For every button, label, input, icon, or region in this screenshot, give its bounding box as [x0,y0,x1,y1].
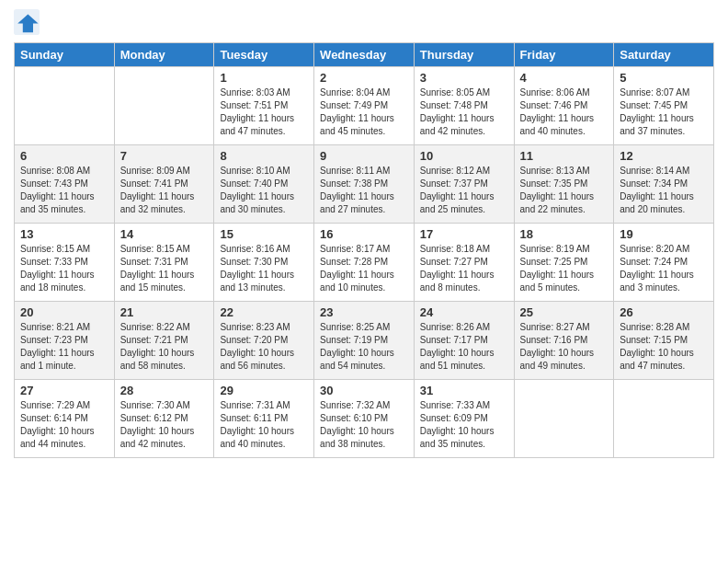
day-number: 27 [20,384,108,397]
day-number: 20 [20,305,108,319]
calendar-cell: 8Sunrise: 8:10 AM Sunset: 7:40 PM Daylig… [214,145,314,224]
day-info: Sunrise: 8:04 AM Sunset: 7:49 PM Dayligh… [320,86,408,138]
calendar-cell: 27Sunrise: 7:29 AM Sunset: 6:14 PM Dayli… [15,380,115,458]
calendar-cell: 17Sunrise: 8:18 AM Sunset: 7:27 PM Dayli… [414,224,514,302]
day-number: 14 [120,227,209,241]
day-info: Sunrise: 7:32 AM Sunset: 6:10 PM Dayligh… [320,399,408,451]
calendar-cell: 21Sunrise: 8:22 AM Sunset: 7:21 PM Dayli… [114,302,214,380]
calendar-cell: 11Sunrise: 8:13 AM Sunset: 7:35 PM Dayli… [514,145,614,224]
week-row-2: 6Sunrise: 8:08 AM Sunset: 7:43 PM Daylig… [15,145,714,224]
calendar-cell: 16Sunrise: 8:17 AM Sunset: 7:28 PM Dayli… [314,224,415,302]
calendar-cell: 26Sunrise: 8:28 AM Sunset: 7:15 PM Dayli… [614,302,714,380]
day-info: Sunrise: 8:21 AM Sunset: 7:23 PM Dayligh… [20,321,108,373]
day-number: 22 [220,305,308,319]
day-info: Sunrise: 7:30 AM Sunset: 6:12 PM Dayligh… [120,399,209,451]
day-number: 19 [620,227,708,241]
day-number: 9 [320,149,408,163]
calendar-cell: 2Sunrise: 8:04 AM Sunset: 7:49 PM Daylig… [314,67,415,145]
calendar-cell: 15Sunrise: 8:16 AM Sunset: 7:30 PM Dayli… [214,224,314,302]
day-number: 12 [620,149,708,163]
calendar-cell: 19Sunrise: 8:20 AM Sunset: 7:24 PM Dayli… [614,224,714,302]
header-day-sunday: Sunday [15,43,115,67]
day-number: 24 [420,305,508,319]
calendar-cell: 7Sunrise: 8:09 AM Sunset: 7:41 PM Daylig… [114,145,214,224]
day-number: 18 [520,227,609,241]
calendar-cell: 3Sunrise: 8:05 AM Sunset: 7:48 PM Daylig… [414,67,514,145]
day-info: Sunrise: 8:07 AM Sunset: 7:45 PM Dayligh… [620,86,708,138]
calendar-cell: 23Sunrise: 8:25 AM Sunset: 7:19 PM Dayli… [314,302,415,380]
calendar-cell: 28Sunrise: 7:30 AM Sunset: 6:12 PM Dayli… [114,380,214,458]
week-row-5: 27Sunrise: 7:29 AM Sunset: 6:14 PM Dayli… [15,380,714,458]
calendar-cell: 20Sunrise: 8:21 AM Sunset: 7:23 PM Dayli… [15,302,115,380]
header-day-tuesday: Tuesday [214,43,314,67]
header-day-friday: Friday [514,43,614,67]
header-row: SundayMondayTuesdayWednesdayThursdayFrid… [15,43,714,67]
calendar-cell [114,67,214,145]
calendar-cell [514,380,614,458]
day-info: Sunrise: 8:03 AM Sunset: 7:51 PM Dayligh… [220,86,308,138]
calendar-cell: 29Sunrise: 7:31 AM Sunset: 6:11 PM Dayli… [214,380,314,458]
day-number: 6 [20,149,108,163]
day-info: Sunrise: 8:09 AM Sunset: 7:41 PM Dayligh… [120,165,209,216]
day-info: Sunrise: 8:16 AM Sunset: 7:30 PM Dayligh… [220,243,308,294]
day-number: 23 [320,305,408,319]
day-info: Sunrise: 8:08 AM Sunset: 7:43 PM Dayligh… [20,165,108,216]
week-row-4: 20Sunrise: 8:21 AM Sunset: 7:23 PM Dayli… [15,302,714,380]
week-row-3: 13Sunrise: 8:15 AM Sunset: 7:33 PM Dayli… [15,224,714,302]
calendar-cell: 9Sunrise: 8:11 AM Sunset: 7:38 PM Daylig… [314,145,415,224]
header-day-saturday: Saturday [614,43,714,67]
calendar-table: SundayMondayTuesdayWednesdayThursdayFrid… [14,42,714,458]
logo [14,9,43,35]
day-info: Sunrise: 8:10 AM Sunset: 7:40 PM Dayligh… [220,165,308,216]
day-number: 26 [620,305,708,319]
day-info: Sunrise: 8:26 AM Sunset: 7:17 PM Dayligh… [420,321,508,373]
day-info: Sunrise: 8:18 AM Sunset: 7:27 PM Dayligh… [420,243,508,294]
day-info: Sunrise: 8:12 AM Sunset: 7:37 PM Dayligh… [420,165,508,216]
day-info: Sunrise: 8:11 AM Sunset: 7:38 PM Dayligh… [320,165,408,216]
day-info: Sunrise: 7:33 AM Sunset: 6:09 PM Dayligh… [420,399,508,451]
calendar-cell [614,380,714,458]
calendar-cell: 13Sunrise: 8:15 AM Sunset: 7:33 PM Dayli… [15,224,115,302]
day-number: 4 [520,71,609,85]
calendar-cell: 14Sunrise: 8:15 AM Sunset: 7:31 PM Dayli… [114,224,214,302]
day-number: 15 [220,227,308,241]
page-header [14,9,714,35]
day-number: 21 [120,305,209,319]
day-info: Sunrise: 8:22 AM Sunset: 7:21 PM Dayligh… [120,321,209,373]
day-info: Sunrise: 8:19 AM Sunset: 7:25 PM Dayligh… [520,243,609,294]
calendar-cell: 30Sunrise: 7:32 AM Sunset: 6:10 PM Dayli… [314,380,415,458]
day-info: Sunrise: 7:31 AM Sunset: 6:11 PM Dayligh… [220,399,308,451]
day-number: 30 [320,384,408,397]
calendar-cell: 4Sunrise: 8:06 AM Sunset: 7:46 PM Daylig… [514,67,614,145]
day-info: Sunrise: 8:28 AM Sunset: 7:15 PM Dayligh… [620,321,708,373]
day-number: 2 [320,71,408,85]
day-info: Sunrise: 8:06 AM Sunset: 7:46 PM Dayligh… [520,86,609,138]
day-number: 28 [120,384,209,397]
day-info: Sunrise: 8:05 AM Sunset: 7:48 PM Dayligh… [420,86,508,138]
day-number: 5 [620,71,708,85]
day-info: Sunrise: 8:25 AM Sunset: 7:19 PM Dayligh… [320,321,408,373]
header-day-thursday: Thursday [414,43,514,67]
general-blue-logo-icon [14,9,40,35]
day-info: Sunrise: 7:29 AM Sunset: 6:14 PM Dayligh… [20,399,108,451]
day-info: Sunrise: 8:17 AM Sunset: 7:28 PM Dayligh… [320,243,408,294]
header-day-wednesday: Wednesday [314,43,415,67]
day-number: 10 [420,149,508,163]
day-number: 31 [420,384,508,397]
day-info: Sunrise: 8:13 AM Sunset: 7:35 PM Dayligh… [520,165,609,216]
calendar-cell: 25Sunrise: 8:27 AM Sunset: 7:16 PM Dayli… [514,302,614,380]
day-number: 11 [520,149,609,163]
calendar-cell: 22Sunrise: 8:23 AM Sunset: 7:20 PM Dayli… [214,302,314,380]
day-info: Sunrise: 8:20 AM Sunset: 7:24 PM Dayligh… [620,243,708,294]
calendar-cell: 6Sunrise: 8:08 AM Sunset: 7:43 PM Daylig… [15,145,115,224]
day-info: Sunrise: 8:15 AM Sunset: 7:33 PM Dayligh… [20,243,108,294]
day-info: Sunrise: 8:15 AM Sunset: 7:31 PM Dayligh… [120,243,209,294]
calendar-cell: 18Sunrise: 8:19 AM Sunset: 7:25 PM Dayli… [514,224,614,302]
calendar-cell [15,67,115,145]
day-number: 8 [220,149,308,163]
calendar-cell: 24Sunrise: 8:26 AM Sunset: 7:17 PM Dayli… [414,302,514,380]
calendar-cell: 12Sunrise: 8:14 AM Sunset: 7:34 PM Dayli… [614,145,714,224]
calendar-cell: 31Sunrise: 7:33 AM Sunset: 6:09 PM Dayli… [414,380,514,458]
day-number: 7 [120,149,209,163]
day-number: 17 [420,227,508,241]
